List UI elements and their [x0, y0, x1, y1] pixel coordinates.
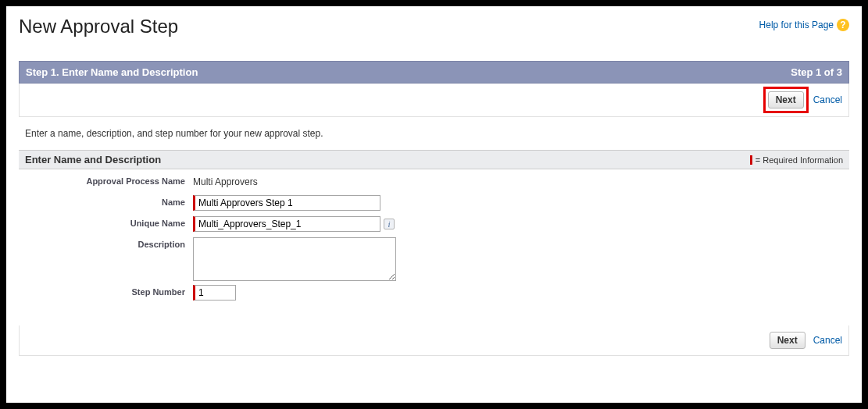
section-title: Enter Name and Description [25, 154, 161, 165]
step-counter: Step 1 of 3 [791, 66, 842, 78]
unique-name-label: Unique Name [25, 216, 193, 228]
page-title: New Approval Step [19, 16, 178, 37]
unique-name-input[interactable] [193, 216, 380, 232]
step-header: Step 1. Enter Name and Description Step … [19, 61, 849, 84]
next-button-bottom[interactable]: Next [770, 332, 805, 349]
name-input[interactable] [193, 195, 380, 211]
name-label: Name [25, 195, 193, 207]
instruction-text: Enter a name, description, and step numb… [19, 117, 849, 150]
section-header: Enter Name and Description = Required In… [19, 150, 849, 169]
step-number-label: Step Number [25, 285, 193, 297]
required-marker-icon [750, 155, 752, 165]
approval-process-name-value: Multi Approvers [193, 174, 258, 187]
description-input[interactable] [193, 237, 396, 281]
bottom-action-bar: Next Cancel [19, 325, 849, 356]
approval-process-name-label: Approval Process Name [25, 174, 193, 186]
next-button[interactable]: Next [768, 91, 804, 108]
description-label: Description [25, 237, 193, 249]
help-icon[interactable]: ? [837, 19, 849, 31]
required-info-text: = Required Information [755, 155, 843, 165]
top-action-bar: Next Cancel [19, 84, 849, 117]
help-link[interactable]: Help for this Page [759, 20, 834, 30]
step-title: Step 1. Enter Name and Description [26, 66, 198, 78]
step-number-input[interactable] [193, 285, 236, 301]
cancel-link-bottom[interactable]: Cancel [813, 335, 842, 346]
info-icon[interactable]: i [384, 219, 395, 229]
required-info: = Required Information [750, 155, 843, 165]
cancel-link[interactable]: Cancel [813, 94, 842, 105]
highlight-marker: Next [763, 87, 809, 113]
